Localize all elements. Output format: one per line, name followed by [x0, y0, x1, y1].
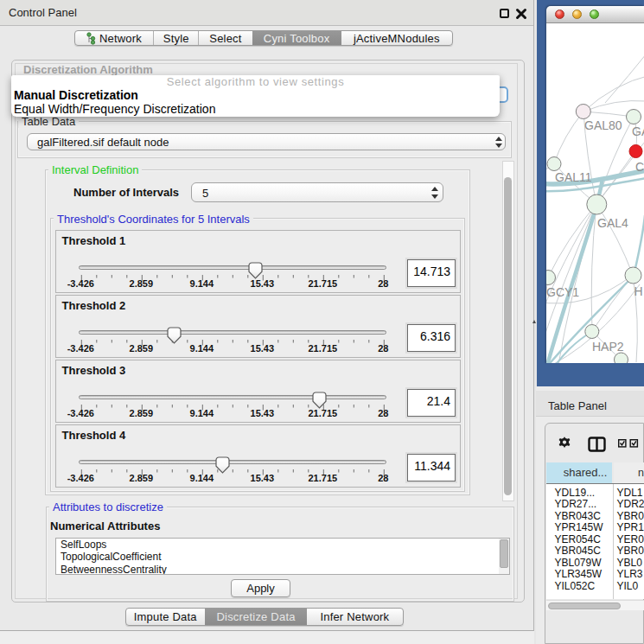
svg-text:H: H — [634, 284, 643, 298]
svg-text:GAL80: GAL80 — [584, 118, 622, 132]
svg-text:GAL4: GAL4 — [597, 216, 628, 230]
svg-text:C: C — [635, 160, 644, 174]
svg-text:HAP2: HAP2 — [592, 340, 624, 354]
svg-text:GCY1: GCY1 — [546, 285, 579, 299]
svg-text:GA: GA — [632, 124, 644, 138]
svg-text:GAL11: GAL11 — [555, 170, 592, 184]
